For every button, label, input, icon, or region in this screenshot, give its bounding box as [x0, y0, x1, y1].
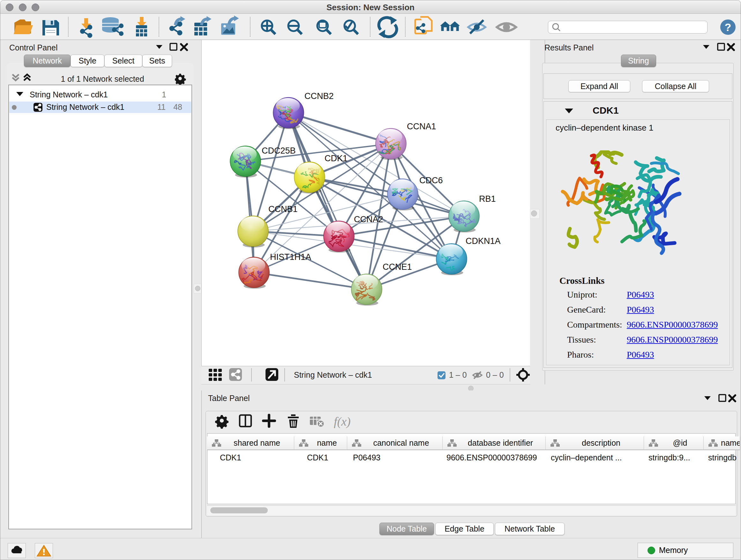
svg-text:CCNE1: CCNE1: [383, 262, 412, 272]
svg-text:1 – 0: 1 – 0: [449, 370, 467, 379]
svg-text:CCNA1: CCNA1: [407, 122, 436, 131]
svg-text:CDK1: CDK1: [325, 153, 347, 163]
svg-text:String Network – cdk1: String Network – cdk1: [294, 370, 372, 379]
svg-text:HIST1H1A: HIST1H1A: [270, 252, 311, 262]
svg-text:CCNB2: CCNB2: [305, 91, 334, 101]
svg-text:CDKN1A: CDKN1A: [466, 236, 501, 246]
svg-text:f(x): f(x): [334, 415, 351, 428]
svg-text:CCNA2: CCNA2: [354, 214, 383, 224]
svg-text:CDC6: CDC6: [419, 176, 443, 185]
svg-text:RB1: RB1: [479, 194, 496, 204]
svg-text:CCNB1: CCNB1: [268, 204, 298, 214]
svg-text:CDC25B: CDC25B: [262, 146, 296, 155]
svg-text:0 – 0: 0 – 0: [486, 370, 504, 379]
